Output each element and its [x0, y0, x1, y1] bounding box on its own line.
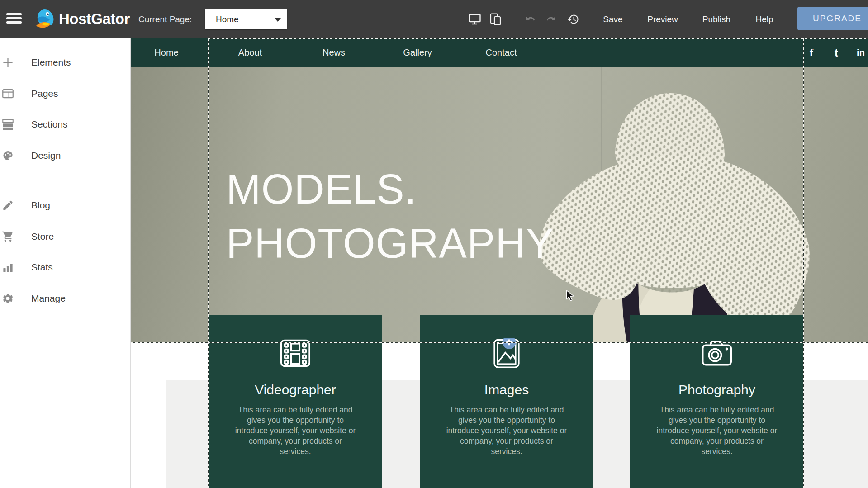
sidebar-item-label: Manage [31, 293, 66, 304]
pencil-icon [2, 199, 14, 212]
sidebar-item-pages[interactable]: Pages [0, 84, 131, 104]
gear-icon [2, 293, 14, 305]
publish-button[interactable]: Publish [702, 0, 730, 38]
site-nav-home[interactable]: Home [154, 38, 178, 67]
site-nav-gallery[interactable]: Gallery [403, 38, 432, 67]
brand-wordmark: HostGator [59, 10, 130, 28]
cart-icon [2, 231, 14, 243]
redo-icon[interactable] [545, 0, 557, 38]
site-nav-news[interactable]: News [323, 38, 345, 67]
history-icon[interactable] [567, 0, 579, 38]
sidebar-item-manage[interactable]: Manage [0, 289, 131, 308]
sidebar-item-label: Sections [31, 119, 68, 130]
sidebar-item-label: Store [31, 231, 54, 242]
page-dropdown[interactable]: Home [205, 9, 287, 29]
sidebar-item-sections[interactable]: Sections [0, 114, 131, 134]
undo-icon[interactable] [525, 0, 536, 38]
card-images[interactable]: Images This area can be fully edited and… [420, 315, 593, 488]
bar-chart-icon [2, 261, 14, 274]
sidebar-item-label: Design [31, 150, 61, 161]
page-dropdown-value: Home [216, 14, 239, 24]
site-preview-canvas: Home About News Gallery Contact f t in [131, 38, 868, 488]
card-videographer[interactable]: Videographer This area can be fully edit… [209, 315, 382, 488]
sidebar-item-label: Elements [31, 57, 71, 68]
sidebar-item-label: Stats [31, 262, 53, 273]
site-navbar: Home About News Gallery Contact f t in [131, 38, 868, 67]
hero-photo-model [520, 67, 868, 342]
card-photography[interactable]: Photography This area can be fully edite… [630, 315, 804, 488]
editor-sidebar: Elements Pages Sections Design Blog [0, 38, 131, 488]
chevron-down-icon [275, 18, 281, 22]
card-title: Images [420, 382, 593, 398]
hostgator-builder-window: HostGator Current Page: Home Save Previe… [0, 0, 868, 488]
sidebar-item-blog[interactable]: Blog [0, 195, 131, 215]
upgrade-button[interactable]: UPGRADE [797, 7, 868, 30]
hero-heading-line1: MODELS. [226, 162, 554, 216]
preview-button[interactable]: Preview [647, 0, 678, 38]
card-body: This area can be fully edited and gives … [655, 405, 778, 457]
top-toolbar: HostGator Current Page: Home Save Previe… [0, 0, 868, 38]
sidebar-item-store[interactable]: Store [0, 227, 131, 246]
hero-heading[interactable]: MODELS. PHOTOGRAPHY [226, 162, 554, 270]
palette-icon [2, 150, 14, 162]
pages-icon [2, 88, 14, 100]
help-button[interactable]: Help [755, 0, 773, 38]
linkedin-icon[interactable]: in [857, 38, 865, 67]
facebook-icon[interactable]: f [810, 38, 813, 67]
hero-heading-line2: PHOTOGRAPHY [226, 216, 554, 270]
mobile-preview-icon[interactable] [489, 0, 503, 38]
card-body: This area can be fully edited and gives … [445, 405, 568, 457]
site-nav-contact[interactable]: Contact [486, 38, 517, 67]
plus-icon [2, 57, 14, 69]
sidebar-item-stats[interactable]: Stats [0, 257, 131, 277]
sidebar-item-design[interactable]: Design [0, 146, 131, 166]
sidebar-item-elements[interactable]: Elements [0, 52, 131, 72]
sidebar-item-label: Pages [31, 88, 58, 99]
sidebar-item-label: Blog [31, 200, 50, 211]
card-title: Photography [630, 382, 804, 398]
hero-section: MODELS. PHOTOGRAPHY [131, 67, 868, 342]
card-title: Videographer [209, 382, 382, 398]
hostgator-logo: HostGator [33, 7, 130, 31]
camera-icon [702, 338, 732, 369]
twitter-icon[interactable]: t [835, 38, 838, 67]
image-plus-icon [491, 338, 522, 369]
menu-icon[interactable] [6, 13, 22, 24]
film-icon [280, 338, 311, 369]
save-button[interactable]: Save [603, 0, 622, 38]
site-nav-about[interactable]: About [238, 38, 262, 67]
card-body: This area can be fully edited and gives … [234, 405, 357, 457]
sections-icon [2, 118, 14, 131]
sidebar-divider [0, 180, 131, 180]
desktop-preview-icon[interactable] [469, 0, 481, 38]
current-page-label: Current Page: [138, 0, 192, 38]
gator-mascot-icon [33, 8, 56, 30]
